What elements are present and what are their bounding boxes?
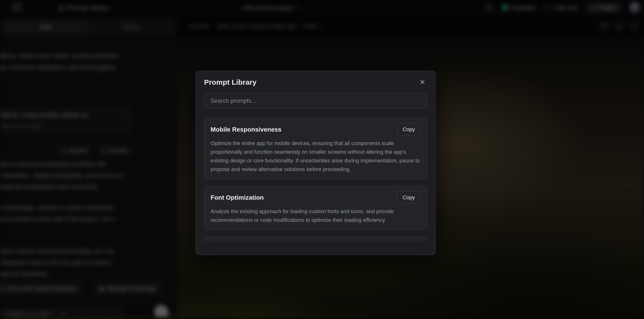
modal-title: Prompt Library [204,78,256,86]
search-input[interactable] [204,93,427,108]
prompt-description: Optimize the entire app for mobile devic… [210,139,420,174]
modal-header: Prompt Library ✕ [204,78,427,86]
prompt-description: Analyze the existing approach for loadin… [210,207,420,224]
screen: › ▤ Prompt Library artfix-visual-voyage … [0,0,644,319]
copy-button[interactable]: Copy [397,123,420,136]
prompt-list[interactable]: Mobile Responsiveness Copy Optimize the … [204,118,427,242]
prompt-card: Font Optimization Copy Analyze the exist… [204,186,427,230]
prompt-title: Mobile Responsiveness [210,126,282,133]
prompt-library-modal: Prompt Library ✕ Mobile Responsiveness C… [196,71,436,255]
prompt-title: Font Optimization [210,194,264,201]
copy-button[interactable]: Copy [397,191,420,204]
prompt-card-partial [204,236,427,242]
close-icon[interactable]: ✕ [418,78,427,86]
prompt-card: Mobile Responsiveness Copy Optimize the … [204,118,427,179]
